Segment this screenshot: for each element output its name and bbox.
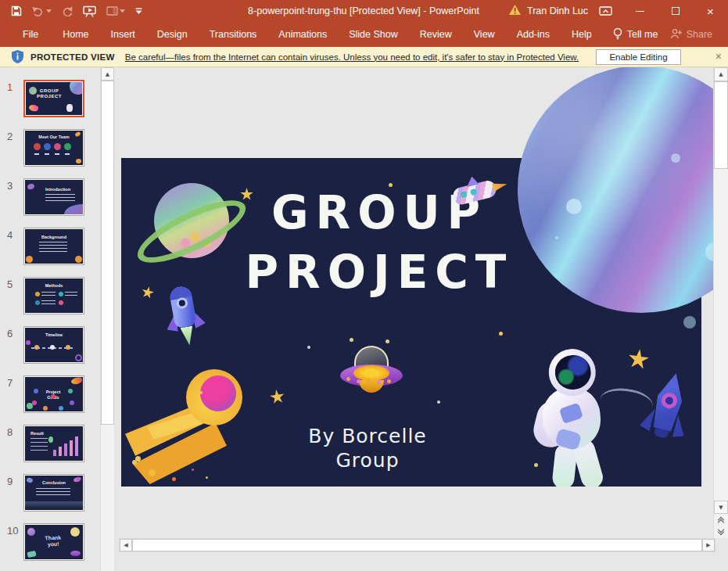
shield-icon: [12, 50, 23, 63]
share-person-icon: [670, 28, 683, 41]
tab-home[interactable]: Home: [52, 22, 99, 47]
byline-line-2: Group: [282, 448, 454, 472]
slide-number: 6: [7, 328, 13, 339]
powerpoint-window: 8-powerpoint-trung-thu [Protected View] …: [0, 0, 728, 571]
scroll-down-icon[interactable]: ▼: [714, 501, 728, 514]
next-slide-button[interactable]: [714, 526, 728, 537]
tab-insert[interactable]: Insert: [100, 22, 146, 47]
scrollbar-thumb[interactable]: [714, 81, 728, 169]
mini-planet: [27, 528, 35, 536]
mini-moon: [70, 527, 80, 537]
mini-dot: [27, 403, 33, 409]
message-bar-close-icon[interactable]: ×: [715, 49, 722, 63]
slide-nav-buttons: ▼: [713, 501, 728, 538]
thumbnail-row: 6 Timeline: [0, 319, 100, 368]
scroll-left-icon[interactable]: ◀: [120, 539, 132, 551]
thumbnail-row: 9 Conclusion: [0, 467, 100, 516]
slide-6-thumbnail[interactable]: Timeline: [23, 326, 84, 364]
slide-1-thumbnail[interactable]: GROUP PROJECT: [23, 80, 84, 117]
scroll-up-icon[interactable]: ▲: [101, 67, 114, 81]
thumbnail-row: 2 Meet Our Team: [0, 122, 100, 171]
title-line-2: PROJECT: [207, 242, 551, 302]
save-icon[interactable]: [11, 5, 22, 16]
tab-file[interactable]: File: [9, 22, 52, 47]
slide-number: 4: [7, 229, 13, 241]
star-dot-art: [534, 463, 538, 467]
scroll-right-icon[interactable]: ▶: [702, 539, 715, 551]
tab-help[interactable]: Help: [561, 22, 603, 47]
ribbon-tab-bar: File Home Insert Design Transitions Anim…: [0, 22, 728, 47]
thumbnail-title: Thank you!: [39, 534, 68, 548]
slide-7-thumbnail[interactable]: Project Goals: [23, 375, 84, 413]
thumbnail-row: 4 Background: [0, 221, 100, 270]
star-dot-art: [437, 400, 440, 404]
slide-5-thumbnail[interactable]: Methods: [23, 277, 84, 314]
scroll-up-icon[interactable]: ▲: [714, 67, 728, 81]
tab-add-ins[interactable]: Add-ins: [506, 22, 561, 47]
customize-qat-icon[interactable]: [135, 8, 142, 15]
thumbnail-panel-scrollbar[interactable]: ▲: [100, 67, 114, 571]
tab-slide-show[interactable]: Slide Show: [338, 22, 409, 47]
thumbnail-title: Result: [30, 431, 44, 436]
previous-slide-button[interactable]: [714, 515, 728, 526]
slide-number: 1: [7, 81, 13, 93]
mini-text: [39, 242, 67, 253]
star-dot-art: [307, 346, 310, 349]
start-slideshow-icon[interactable]: [83, 5, 96, 17]
star-dot-art: [132, 460, 137, 465]
byline-line-1: By Borcelle: [282, 424, 454, 448]
tell-me-box[interactable]: Tell me: [603, 27, 669, 42]
thumbnail-title: Timeline: [25, 332, 83, 338]
tab-transitions[interactable]: Transitions: [199, 22, 268, 47]
mini-horizon: [25, 501, 83, 510]
horizontal-scrollbar[interactable]: ◀ ▶: [119, 538, 715, 552]
slide-3-thumbnail[interactable]: Introduction: [23, 178, 84, 216]
slide-9-thumbnail[interactable]: Conclusion: [23, 474, 84, 512]
mini-text: [65, 292, 77, 296]
slide-4-thumbnail[interactable]: Background: [23, 228, 84, 265]
slide-10-thumbnail[interactable]: Thank you!: [23, 523, 84, 561]
close-button[interactable]: ×: [693, 0, 728, 22]
thumbnail-row: 3 Introduction: [0, 171, 100, 221]
mini-comet: [70, 377, 83, 386]
protected-view-message-link[interactable]: Be careful—files from the Internet can c…: [125, 52, 579, 62]
star-dot-art: [499, 332, 503, 336]
star-art: [141, 286, 156, 300]
mini-planet: [64, 204, 83, 214]
scrollbar-thumb[interactable]: [132, 539, 702, 551]
maximize-button[interactable]: [658, 0, 693, 22]
minimize-button[interactable]: [622, 0, 658, 22]
slide-number: 8: [7, 426, 13, 438]
undo-icon[interactable]: [32, 6, 52, 16]
slide-8-thumbnail[interactable]: Result: [23, 425, 84, 462]
tell-me-label: Tell me: [627, 29, 658, 40]
scrollbar-thumb[interactable]: [101, 81, 114, 425]
vertical-scrollbar[interactable]: ▲: [713, 67, 728, 501]
slide-2-thumbnail[interactable]: Meet Our Team: [23, 129, 84, 167]
blue-rocket-art: [156, 279, 214, 354]
mini-avatars: [34, 143, 41, 150]
ufo-art: [340, 339, 403, 396]
toy-rocket-art: [635, 363, 701, 451]
tab-view[interactable]: View: [463, 22, 506, 47]
slide-byline[interactable]: By Borcelle Group: [282, 424, 454, 472]
thumbnail-row: 10 Thank you!: [0, 516, 100, 566]
tab-design[interactable]: Design: [146, 22, 199, 47]
redo-icon[interactable]: [62, 6, 73, 16]
share-button[interactable]: Share: [670, 28, 712, 41]
star-dot-art: [389, 183, 393, 187]
mini-text: [41, 300, 56, 305]
protected-view-label: PROTECTED VIEW: [30, 52, 115, 62]
mini-text: [36, 488, 70, 496]
star-art: [626, 347, 650, 371]
thumbnail-title: Background: [25, 235, 83, 240]
slide-thumbnail-panel: 1 GROUP PROJECT 2 Meet Our Team 3 Introd…: [0, 67, 100, 571]
reading-view-icon[interactable]: [106, 6, 125, 16]
account-user[interactable]: Tran Dinh Luc: [508, 0, 588, 22]
tab-animations[interactable]: Animations: [267, 22, 338, 47]
enable-editing-button[interactable]: Enable Editing: [596, 49, 681, 65]
mini-blob: [75, 256, 82, 263]
slide-number: 7: [7, 377, 13, 389]
tab-review[interactable]: Review: [409, 22, 463, 47]
ribbon-display-options-icon[interactable]: [599, 0, 612, 22]
